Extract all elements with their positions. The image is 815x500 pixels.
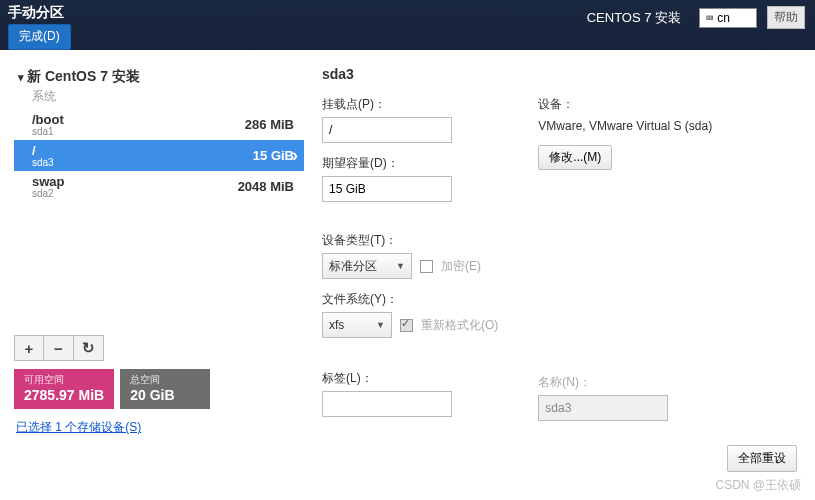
filesystem-label: 文件系统(Y)： [322, 291, 498, 308]
partition-device: sda1 [32, 126, 64, 137]
free-space-label: 可用空间 [24, 373, 104, 387]
partition-details-panel: sda3 挂载点(P)： 期望容量(D)： 设备类型(T)： 标准分区 [322, 64, 801, 436]
installer-title: CENTOS 7 安装 [587, 9, 681, 27]
details-right-column: 设备： VMware, VMware Virtual S (sda) 修改...… [538, 96, 712, 433]
topbar-left: 手动分区 完成(D) [0, 0, 71, 50]
partition-row-swap[interactable]: swap sda2 2048 MiB [14, 171, 304, 202]
topbar: 手动分区 完成(D) CENTOS 7 安装 ⌨ cn 帮助 [0, 0, 815, 50]
free-space-value: 2785.97 MiB [24, 387, 104, 403]
partition-size: 15 GiB [253, 148, 294, 163]
page-title: 手动分区 [8, 4, 71, 22]
filesystem-select[interactable]: xfs ▼ [322, 312, 392, 338]
details-left-column: 挂载点(P)： 期望容量(D)： 设备类型(T)： 标准分区 ▼ [322, 96, 498, 433]
desired-capacity-label: 期望容量(D)： [322, 155, 498, 172]
modify-device-button[interactable]: 修改...(M) [538, 145, 612, 170]
chevron-down-icon: ▼ [396, 261, 405, 271]
partition-name: / [32, 143, 54, 158]
partition-name: swap [32, 174, 65, 189]
reload-icon: ↻ [82, 339, 95, 357]
reformat-label: 重新格式化(O) [421, 317, 498, 334]
partition-action-buttons: + − ↻ [14, 335, 304, 361]
filesystem-value: xfs [329, 318, 344, 332]
main-content: 新 CentOS 7 安装 系统 /boot sda1 286 MiB / sd… [0, 50, 815, 436]
encrypt-checkbox[interactable] [420, 260, 433, 273]
partition-device: sda3 [32, 157, 54, 168]
reload-button[interactable]: ↻ [74, 335, 104, 361]
partition-row-boot[interactable]: /boot sda1 286 MiB [14, 109, 304, 140]
partition-size: 286 MiB [245, 117, 294, 132]
topbar-right: CENTOS 7 安装 ⌨ cn 帮助 [587, 6, 805, 29]
partition-tree-panel: 新 CentOS 7 安装 系统 /boot sda1 286 MiB / sd… [14, 64, 304, 436]
watermark: CSDN @王依硕 [715, 477, 801, 494]
done-button[interactable]: 完成(D) [8, 24, 71, 50]
mountpoint-input[interactable] [322, 117, 452, 143]
desired-capacity-input[interactable] [322, 176, 452, 202]
tree-system-label: 系统 [14, 88, 304, 109]
add-partition-button[interactable]: + [14, 335, 44, 361]
total-space-value: 20 GiB [130, 387, 200, 403]
device-header-label: 设备： [538, 96, 712, 113]
partition-row-root[interactable]: / sda3 15 GiB [14, 140, 304, 171]
partition-name: /boot [32, 112, 64, 127]
encrypt-label: 加密(E) [441, 258, 481, 275]
chevron-down-icon: ▼ [376, 320, 385, 330]
partition-size: 2048 MiB [238, 179, 294, 194]
device-description: VMware, VMware Virtual S (sda) [538, 117, 712, 135]
name-input [538, 395, 668, 421]
tree-header[interactable]: 新 CentOS 7 安装 [14, 64, 304, 88]
keyboard-layout-selector[interactable]: ⌨ cn [699, 8, 757, 28]
label-field-label: 标签(L)： [322, 370, 498, 387]
device-type-value: 标准分区 [329, 258, 377, 275]
space-summary: 可用空间 2785.97 MiB 总空间 20 GiB [14, 369, 304, 409]
device-type-select[interactable]: 标准分区 ▼ [322, 253, 412, 279]
storage-devices-link[interactable]: 已选择 1 个存储设备(S) [14, 419, 304, 436]
partition-device: sda2 [32, 188, 65, 199]
total-space-label: 总空间 [130, 373, 200, 387]
name-field-label: 名称(N)： [538, 374, 712, 391]
free-space-box: 可用空间 2785.97 MiB [14, 369, 114, 409]
keyboard-icon: ⌨ [706, 11, 713, 25]
mountpoint-label: 挂载点(P)： [322, 96, 498, 113]
total-space-box: 总空间 20 GiB [120, 369, 210, 409]
label-input[interactable] [322, 391, 452, 417]
device-type-label: 设备类型(T)： [322, 232, 498, 249]
help-button[interactable]: 帮助 [767, 6, 805, 29]
details-title: sda3 [322, 66, 801, 82]
reset-all-button[interactable]: 全部重设 [727, 445, 797, 472]
remove-partition-button[interactable]: − [44, 335, 74, 361]
keyboard-layout-value: cn [717, 11, 730, 25]
reformat-checkbox[interactable] [400, 319, 413, 332]
